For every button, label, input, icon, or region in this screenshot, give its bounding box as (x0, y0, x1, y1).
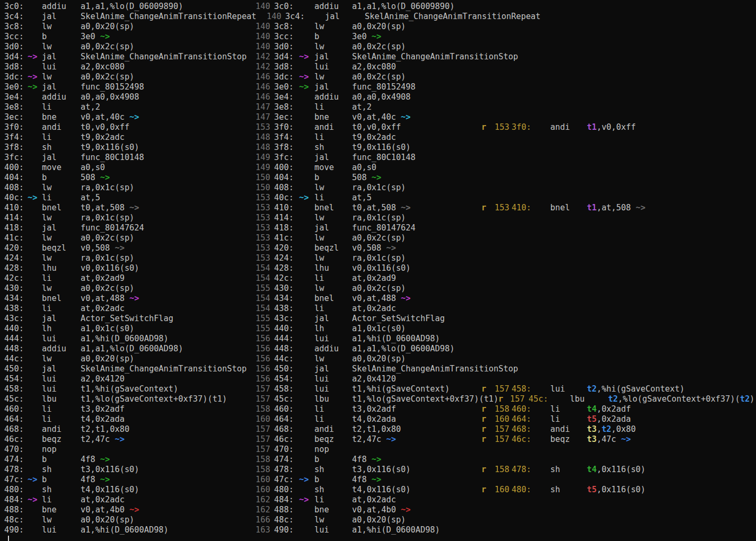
operands: func_80147624 (81, 223, 144, 233)
line-number: 160 (256, 485, 270, 495)
branch-arrow-icon: ~> (129, 505, 139, 515)
operands: v0,at,4b0 ~> (352, 505, 411, 515)
mnemonic: li (314, 495, 324, 505)
address: 414: (4, 213, 24, 223)
operand-text: ,0x2adf (596, 404, 630, 414)
operands: a0,0x2c(sp) (81, 233, 134, 243)
operands: t5,0x2ada (587, 414, 631, 424)
operand-text: t3,0x116(s0) (81, 465, 139, 474)
branch-arrow-icon: ~> (28, 72, 37, 82)
operands: t1,%lo(gSaveContext+0xf37)(t1) (352, 394, 498, 404)
operands: at,0x2ad9 (81, 273, 125, 283)
mnemonic: addiu (314, 2, 339, 12)
asm-row: 490:luia1,%hi(D_0600AD98)163490:luia1,%h… (0, 525, 756, 535)
operand-text: t1,%hi(gSaveContext) (352, 384, 450, 394)
operand-text: SkelAnime_ChangeAnimTransitionRepeat (81, 12, 257, 21)
reg-highlight: t2 (740, 394, 750, 404)
operands: a2,0xc080 (352, 62, 396, 72)
mnemonic: andi (42, 424, 61, 434)
branch-arrow-icon: ~> (401, 294, 410, 303)
mnemonic: b (42, 455, 47, 465)
mnemonic: lbu (42, 394, 57, 404)
address: 43c: (274, 314, 294, 324)
address: 47c: (4, 475, 24, 485)
operand-text: a1,%hi(D_0600AD98) (81, 525, 169, 535)
address: 464: (4, 414, 24, 424)
line-number: 146 (256, 92, 270, 102)
asm-row: 400:movea0,s0149400:movea0,s0 (0, 163, 756, 173)
operand-text: a0,0x2c(sp) (81, 283, 134, 293)
operands: 508 ~> (352, 173, 381, 183)
address: 410: (274, 203, 294, 213)
address: 480: (274, 485, 294, 495)
operand-text: a0,0x2c(sp) (81, 233, 134, 243)
prompt-line: . (0, 535, 756, 541)
mnemonic: jal (314, 314, 329, 324)
mnemonic: addiu (314, 344, 339, 354)
line-number: 160 (495, 414, 509, 424)
address: 3fc: (4, 153, 24, 163)
address: 3d4: (4, 52, 24, 62)
address: 460: (274, 404, 294, 414)
operand-text: a1,%hi(D_0600AD98) (352, 334, 440, 343)
asm-row: 3c0:addiua1,a1,%lo(D_06009890)1403c0:add… (0, 2, 756, 12)
mnemonic: bne (42, 505, 57, 515)
operand-text: v0,at,488 (81, 294, 129, 303)
asm-row: 45c:lbut1,%lo(gSaveContext+0xf37)(t1)157… (0, 394, 756, 404)
asm-row: 3ec:bnev0,at,40c ~>1473ec:bnev0,at,40c ~… (0, 112, 756, 122)
line-number: 147 (256, 102, 270, 112)
reg-highlight: t4 (587, 404, 596, 414)
address: 3d0: (274, 42, 294, 52)
operands: t0,at,508 ~> (352, 203, 411, 213)
branch-arrow-icon: ~> (299, 495, 309, 505)
asm-row: 454:luia2,0x4120156454:luia2,0x4120 (0, 374, 756, 384)
address: 3dc: (4, 72, 24, 82)
asm-row: 3d8:luia2,0xc0801423d8:luia2,0xc080 (0, 62, 756, 72)
mnemonic: addiu (42, 344, 66, 354)
mnemonic: lui (314, 384, 329, 394)
mnemonic: beqz (550, 434, 570, 445)
branch-arrow-icon: ~> (115, 243, 124, 253)
operand-text: a0,0x20(sp) (81, 354, 134, 363)
address: 478: (274, 465, 294, 475)
reg-highlight: t2 (602, 424, 611, 434)
operand-text: ) (750, 394, 754, 404)
mnemonic: lbu (570, 394, 585, 404)
mnemonic: lw (42, 72, 51, 82)
operands: t9,0x116(s0) (81, 143, 139, 153)
operand-text: t4,0x2ada (352, 414, 396, 424)
mnemonic: sh (550, 485, 560, 495)
line-number: 150 (256, 173, 270, 183)
operand-text: ra,0x1c(sp) (81, 183, 134, 192)
address: 44c: (4, 354, 24, 364)
operand-text: t0,at,508 (81, 203, 129, 212)
operands: a0,0x2c(sp) (352, 42, 406, 52)
line-number: 146 (256, 82, 270, 92)
mnemonic: jal (42, 364, 57, 374)
operands: 508 ~> (81, 173, 110, 183)
branch-arrow-icon: ~> (401, 203, 410, 212)
address: 440: (274, 324, 294, 334)
operands: a1,a1,%lo(D_0600AD98) (352, 344, 454, 354)
branch-arrow-icon: ~> (100, 455, 110, 464)
operands: t4,0x2ada (81, 414, 125, 424)
asm-row: 474:b4f8 ~>158474:b4f8 ~> (0, 455, 756, 465)
terminal-output[interactable]: 3c0:addiua1,a1,%lo(D_06009890)1403c0:add… (0, 0, 756, 541)
mnemonic: sh (314, 465, 324, 475)
operands: at,2 (352, 102, 372, 112)
address: 46c: (4, 434, 24, 445)
address: 444: (4, 334, 24, 344)
operand-text: 508 (352, 173, 372, 182)
operands: ra,0x1c(sp) (81, 213, 134, 223)
operands: at,0x2adc (81, 304, 125, 314)
operands: 4f8 ~> (81, 455, 110, 465)
address: 3f4: (4, 132, 24, 143)
operand-text: a1,a1,%lo(D_06009890) (81, 2, 183, 11)
mnemonic: beqz (42, 434, 61, 445)
operand-text: SkelAnime_ChangeAnimTransitionRepeat (365, 12, 541, 21)
operand-text: v0,at,4b0 (352, 505, 401, 515)
reg-highlight: t3 (587, 434, 596, 444)
address: 420: (4, 243, 24, 253)
operands: a0,s0 (81, 163, 105, 173)
text-cursor (8, 536, 9, 541)
